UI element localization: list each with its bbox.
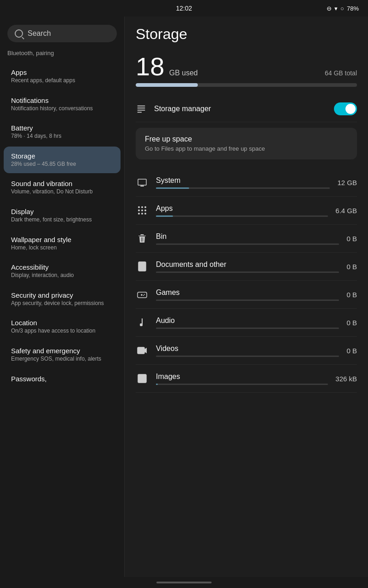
storage-item-bar-fill-images [156, 384, 158, 385]
storage-item-name-bin: Bin [156, 232, 339, 241]
storage-item-info-audio: Audio [156, 317, 339, 329]
storage-item-bin[interactable]: Bin0 B [136, 225, 357, 253]
sidebar-item-title-location: Location [11, 319, 113, 327]
sidebar-item-safety[interactable]: Safety and emergencyEmergency SOS, medic… [4, 341, 121, 368]
storage-item-size-bin: 0 B [346, 235, 357, 243]
sidebar-item-storage[interactable]: Storage28% used – 45.85 GB free [4, 147, 121, 174]
storage-item-size-games: 0 B [346, 291, 357, 299]
bottom-bar [156, 582, 212, 583]
storage-bar-fill [136, 83, 198, 87]
sidebar-item-notifications[interactable]: NotificationsNotification history, conve… [4, 91, 121, 118]
storage-item-size-images: 326 kB [335, 375, 357, 383]
sidebar-item-title-storage: Storage [11, 152, 113, 160]
search-bar[interactable]: Search [7, 25, 117, 42]
sidebar-item-sub-storage: 28% used – 45.85 GB free [11, 161, 113, 168]
sidebar-item-title-accessibility: Accessibility [11, 263, 113, 271]
svg-point-10 [141, 209, 143, 211]
storage-manager-label: Storage manager [154, 105, 211, 113]
svg-point-6 [138, 206, 140, 208]
storage-item-bar-bin [156, 243, 339, 245]
storage-item-bar-images [156, 384, 328, 385]
apps-icon [136, 204, 149, 217]
content-area: Storage 18 GB used 64 GB total [124, 17, 368, 577]
sidebar-item-display[interactable]: DisplayDark theme, font size, brightness [4, 202, 121, 229]
storage-item-images[interactable]: Images326 kB [136, 365, 357, 393]
svg-point-9 [138, 209, 140, 211]
sidebar-item-sub-display: Dark theme, font size, brightness [11, 216, 113, 224]
search-label: Search [28, 29, 51, 38]
svg-rect-2 [138, 110, 145, 111]
storage-item-info-system: System [156, 176, 330, 189]
svg-rect-5 [140, 186, 144, 187]
svg-point-23 [143, 295, 144, 296]
free-space-title: Free up space [145, 135, 348, 143]
storage-item-documents[interactable]: Documents and other0 B [136, 253, 357, 281]
storage-item-info-images: Images [156, 373, 328, 385]
sidebar-item-passwords[interactable]: Passwords, [4, 369, 121, 388]
storage-item-audio[interactable]: Audio0 B [136, 309, 357, 337]
games-icon [136, 288, 149, 301]
storage-item-info-apps: Apps [156, 204, 328, 217]
sidebar: Search Bluetooth, pairing AppsRecent app… [0, 17, 124, 577]
storage-item-name-documents: Documents and other [156, 260, 339, 269]
audio-icon [136, 316, 149, 329]
sidebar-item-location[interactable]: LocationOn/3 apps have access to locatio… [4, 313, 121, 340]
svg-point-12 [138, 213, 140, 215]
free-space-sub: Go to Files app to manage and free up sp… [145, 145, 348, 152]
storage-item-bar-system [156, 187, 330, 189]
bottom-nav [0, 577, 368, 588]
storage-item-system[interactable]: System12 GB [136, 169, 357, 197]
storage-item-size-apps: 6.4 GB [335, 207, 357, 215]
storage-item-info-documents: Documents and other [156, 260, 339, 273]
svg-rect-3 [138, 112, 142, 113]
sidebar-item-sub-accessibility: Display, interaction, audio [11, 272, 113, 279]
sidebar-item-security[interactable]: Security and privacyApp security, device… [4, 286, 121, 313]
system-icon [136, 176, 149, 189]
sidebar-item-title-wallpaper: Wallpaper and style [11, 236, 113, 243]
storage-items-container: System12 GBApps6.4 GBBin0 BDocuments and… [136, 169, 357, 393]
storage-item-size-system: 12 GB [337, 179, 357, 187]
storage-manager-row[interactable]: Storage manager [136, 96, 357, 122]
svg-rect-24 [138, 347, 144, 354]
sidebar-item-sub-apps: Recent apps, default apps [11, 77, 113, 85]
sidebar-item-apps[interactable]: AppsRecent apps, default apps [4, 63, 121, 90]
sidebar-item-sub-safety: Emergency SOS, medical info, alerts [11, 356, 113, 363]
sidebar-item-sub-sound: Volume, vibration, Do Not Disturb [11, 188, 113, 196]
storage-item-games[interactable]: Games0 B [136, 281, 357, 309]
free-space-card[interactable]: Free up space Go to Files app to manage … [136, 128, 357, 159]
storage-item-apps[interactable]: Apps6.4 GB [136, 197, 357, 225]
storage-used-row: 18 GB used 64 GB total [136, 54, 357, 79]
sidebar-item-accessibility[interactable]: AccessibilityDisplay, interaction, audio [4, 258, 121, 285]
storage-total: 64 GB total [325, 69, 357, 77]
sidebar-item-title-notifications: Notifications [11, 96, 113, 104]
storage-manager-icon [136, 103, 147, 114]
sidebar-item-title-safety: Safety and emergency [11, 347, 113, 355]
storage-item-bar-apps [156, 215, 328, 217]
bin-icon [136, 232, 149, 245]
storage-used-label: GB used [169, 69, 198, 77]
storage-item-bar-fill-apps [156, 215, 173, 217]
svg-rect-0 [138, 106, 145, 107]
storage-item-info-videos: Videos [156, 345, 339, 357]
storage-bar [136, 83, 357, 87]
storage-item-name-images: Images [156, 373, 328, 381]
sidebar-items-container: AppsRecent apps, default appsNotificatio… [0, 63, 124, 388]
storage-manager-toggle[interactable] [334, 102, 357, 115]
storage-item-name-audio: Audio [156, 317, 339, 325]
wifi-icon: ▾ [334, 5, 338, 12]
storage-item-bar-fill-system [156, 187, 189, 189]
sidebar-item-battery[interactable]: Battery78% · 14 days, 8 hrs [4, 119, 121, 146]
storage-item-size-videos: 0 B [346, 347, 357, 355]
sidebar-item-sound[interactable]: Sound and vibrationVolume, vibration, Do… [4, 174, 121, 201]
storage-item-bar-videos [156, 356, 339, 357]
svg-point-7 [141, 206, 143, 208]
storage-item-name-games: Games [156, 288, 339, 297]
bluetooth-hint: Bluetooth, pairing [0, 50, 124, 62]
status-icons: ⊖ ▾ ○ 78% [327, 5, 359, 12]
sidebar-item-sub-location: On/3 apps have access to location [11, 328, 113, 335]
storage-item-videos[interactable]: Videos0 B [136, 337, 357, 365]
status-time: 12:02 [176, 5, 192, 12]
sidebar-item-wallpaper[interactable]: Wallpaper and styleHome, lock screen [4, 230, 121, 257]
svg-point-26 [140, 376, 141, 378]
search-icon [15, 29, 23, 38]
